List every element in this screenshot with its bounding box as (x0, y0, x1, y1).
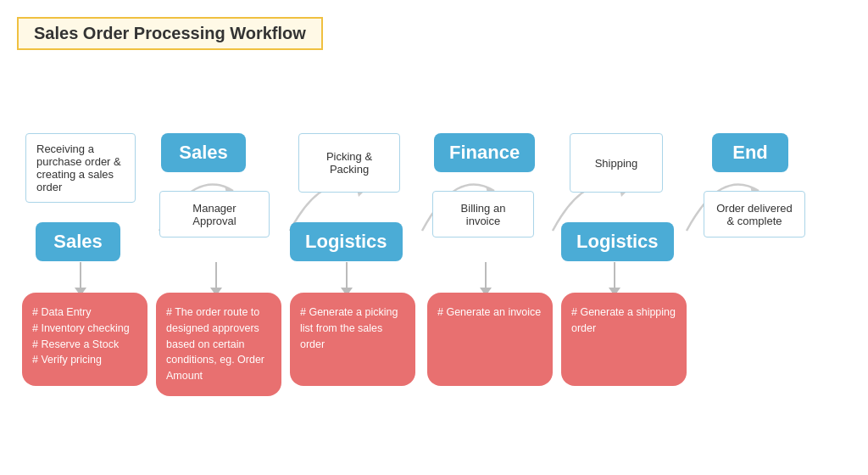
col2-lane-box: Manager Approval (159, 191, 270, 238)
col6-lane-text: Order delivered & complete (715, 202, 794, 227)
col1-lane-text: Receiving a purchase order & creating a … (36, 142, 125, 193)
col2-task-text: # The order route to designed approvers … (166, 305, 271, 384)
col2-task-box: # The order route to designed approvers … (156, 293, 281, 396)
col3-lane-text: Picking & Packing (309, 150, 389, 176)
col3-task-text: # Generate a picking list from the sales… (300, 305, 405, 352)
col4-lane-box: Billing an invoice (432, 191, 534, 238)
col2-lane-text: Manager Approval (170, 202, 259, 227)
col2-dept-header: Sales (161, 133, 246, 172)
col4-lane-text: Billing an invoice (443, 202, 523, 227)
workflow-container: Receiving a purchase order & creating a … (17, 65, 848, 455)
col4-task-box: # Generate an invoice (427, 293, 553, 386)
title-box: Sales Order Processing Workflow (17, 17, 323, 50)
col3-dept-header: Logistics (290, 222, 403, 261)
col6-dept-header: End (712, 133, 788, 172)
col1-task-text: # Data Entry# Inventory checking# Reserv… (32, 305, 130, 368)
col5-dept-header: Logistics (561, 222, 674, 261)
col6-lane-box: Order delivered & complete (704, 191, 805, 238)
col5-lane-box: Shipping (570, 133, 663, 193)
col4-task-text: # Generate an invoice (437, 305, 541, 321)
col5-task-box: # Generate a shipping order (561, 293, 687, 386)
col5-lane-text: Shipping (595, 157, 638, 170)
col1-task-box: # Data Entry# Inventory checking# Reserv… (22, 293, 147, 386)
col1-lane-box: Receiving a purchase order & creating a … (25, 133, 136, 203)
page-title: Sales Order Processing Workflow (34, 24, 306, 42)
arrows-svg (17, 65, 848, 455)
col5-task-text: # Generate a shipping order (571, 305, 676, 337)
col4-dept-header: Finance (434, 133, 535, 172)
col3-task-box: # Generate a picking list from the sales… (290, 293, 415, 386)
page: Sales Order Processing Workflow Receivi (0, 0, 868, 475)
col1-dept-header: Sales (36, 222, 120, 261)
col3-lane-box: Picking & Packing (298, 133, 400, 193)
